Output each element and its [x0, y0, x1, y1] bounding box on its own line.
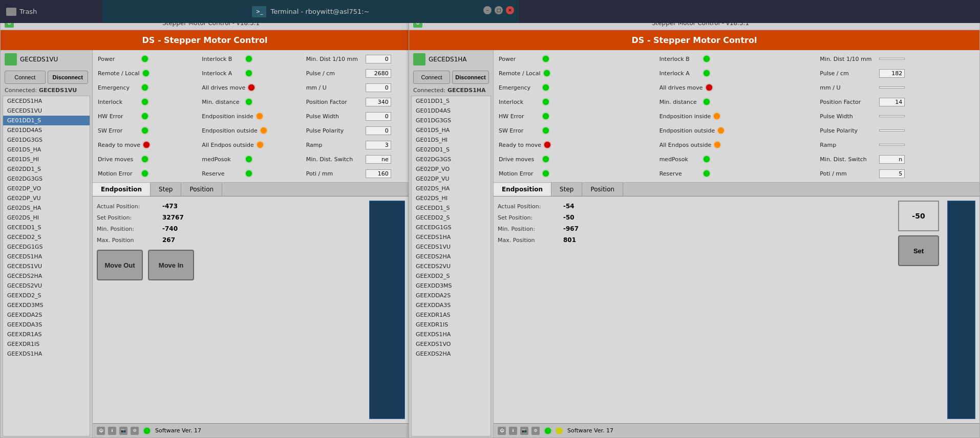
left-device-item[interactable]: GEEXDR1AS [3, 330, 90, 339]
right-device-item[interactable]: GECEDG1GS [412, 223, 491, 232]
left-device-item[interactable]: GECEDD1_S [3, 223, 90, 232]
left-connect-button[interactable]: Connect [5, 71, 46, 84]
right-device-item[interactable]: GECEDD1_S [412, 203, 491, 213]
right-device-item[interactable]: GE01DS_HI [412, 135, 491, 145]
left-tab-step[interactable]: Step [151, 183, 181, 196]
status-col3-value [879, 86, 905, 89]
status-row: Drive moves [95, 152, 199, 166]
right-connect-button[interactable]: Connect [413, 71, 450, 84]
status-row: Pulse Polarity [817, 124, 977, 137]
left-device-item[interactable]: GECEDG1GS [3, 242, 90, 252]
right-device-item[interactable]: GE02DP_VU [412, 174, 491, 184]
status-led [543, 156, 549, 162]
left-move-in-button[interactable]: Move In [148, 250, 194, 280]
status-col3-label: Ramp [820, 142, 876, 148]
right-tab-step[interactable]: Step [551, 183, 582, 196]
maximize-button[interactable]: □ [495, 6, 503, 14]
status-led [142, 99, 148, 105]
right-device-item[interactable]: GE01DG3GS [412, 116, 491, 125]
status-col3-label: Pulse / cm [306, 70, 363, 77]
right-device-item[interactable]: GEEXDR1AS [412, 310, 491, 320]
trash-taskbar-item[interactable]: Trash [0, 6, 43, 18]
right-device-item[interactable]: GEEXDD3MS [412, 281, 491, 291]
left-move-out-button[interactable]: Move Out [97, 250, 143, 280]
right-device-list[interactable]: GE01DD1_SGE01DD4ASGE01DG3GSGE01DS_HAGE01… [411, 96, 491, 436]
right-device-item[interactable]: GE02DD1_S [412, 145, 491, 155]
right-device-item[interactable]: GECEDS2HA [412, 252, 491, 261]
left-device-item[interactable]: GE01DD1_S [3, 116, 90, 125]
left-device-item[interactable]: GECEDS1VU [3, 106, 90, 116]
right-device-item[interactable]: GE01DS_HA [412, 125, 491, 135]
right-device-item[interactable]: GE02DP_VO [412, 164, 491, 174]
right-device-item[interactable]: GEEXDS1VO [412, 339, 491, 349]
right-set-button[interactable]: Set [898, 235, 939, 266]
status-col3-value: 5 [879, 169, 905, 178]
right-control-panel: PowerRemote / LocalEmergencyInterlockHW … [494, 50, 979, 437]
right-device-item[interactable]: GE02DG3GS [412, 155, 491, 164]
status-row: Min. Dist 1/10 mm [817, 52, 977, 65]
left-device-item[interactable]: GE02DP_VU [3, 193, 90, 203]
minimize-button[interactable]: – [483, 6, 492, 14]
status-row: Pulse Polarity0 [303, 124, 407, 137]
status-row: SW Error [95, 124, 199, 137]
left-device-item[interactable]: GECEDS2VU [3, 281, 90, 291]
status-label: Endposition outside [659, 127, 715, 134]
left-camera-icon: 📷 [119, 427, 127, 435]
right-device-item[interactable]: GECEDD2_S [412, 213, 491, 223]
right-device-item[interactable]: GEEXDDA3S [412, 300, 491, 310]
right-device-item[interactable]: GECEDS2VU [412, 261, 491, 271]
left-status-icons: ⏻ ℹ 📷 ⚙ [97, 427, 139, 435]
close-button[interactable]: ✕ [506, 6, 514, 14]
right-device-item[interactable]: GE02DS_HI [412, 193, 491, 203]
right-tab-endposition[interactable]: Endposition [494, 183, 551, 196]
left-device-item[interactable]: GEEXDD3MS [3, 300, 90, 310]
right-device-item[interactable]: GEEXDR1IS [412, 320, 491, 330]
left-device-item[interactable]: GECEDS1HA [3, 96, 90, 106]
left-device-item[interactable]: GEEXDD2_S [3, 291, 90, 300]
right-sidebar: GECEDS1HA Connect Disconnect Connected: … [409, 50, 494, 437]
left-device-item[interactable]: GECEDD2_S [3, 232, 90, 242]
right-device-item[interactable]: GEEXDS1HA [412, 330, 491, 339]
right-device-item[interactable]: GE01DD1_S [412, 96, 491, 106]
left-device-item[interactable]: GE02DP_VO [3, 184, 90, 193]
status-label: Ready to move [98, 142, 140, 148]
left-device-item[interactable]: GE02DS_HA [3, 203, 90, 213]
left-device-item[interactable]: GECEDS1VU [3, 261, 90, 271]
left-device-item[interactable]: GE02DG3GS [3, 174, 90, 184]
left-device-item[interactable]: GEEXDDA2S [3, 310, 90, 320]
right-device-item[interactable]: GEEXDD2_S [412, 271, 491, 281]
left-device-item[interactable]: GECEDS2HA [3, 271, 90, 281]
left-tab-position[interactable]: Position [181, 183, 222, 196]
left-device-item[interactable]: GE02DS_HI [3, 213, 90, 223]
left-device-item[interactable]: GE01DG3GS [3, 135, 90, 145]
status-row: Interlock B [199, 52, 303, 65]
right-info-icon: ℹ [509, 427, 517, 435]
left-device-item[interactable]: GE02DD1_S [3, 164, 90, 174]
left-actual-position-row: Actual Position: -473 [97, 201, 359, 212]
right-device-item[interactable]: GE02DS_HA [412, 184, 491, 193]
left-device-item[interactable]: GEEXDDA3S [3, 320, 90, 330]
terminal-window-controls: – □ ✕ [483, 6, 514, 14]
left-device-item[interactable]: GE01DS_HI [3, 155, 90, 164]
right-tab-position[interactable]: Position [582, 183, 623, 196]
left-device-item[interactable]: GE01DS_HA [3, 145, 90, 155]
right-device-item[interactable]: GECEDS1HA [412, 232, 491, 242]
status-label: Endposition inside [659, 113, 711, 120]
right-device-item[interactable]: GEEXDDA2S [412, 291, 491, 300]
left-device-item[interactable]: GE01DD4AS [3, 125, 90, 135]
left-device-list[interactable]: GECEDS1HAGECEDS1VUGE01DD1_SGE01DD4ASGE01… [3, 96, 90, 436]
terminal-taskbar-item[interactable]: >_ Terminal - rboywitt@asl751:~ [102, 0, 519, 23]
right-disconnect-button[interactable]: Disconnect [452, 71, 489, 84]
status-row: Power [496, 52, 656, 65]
left-disconnect-button[interactable]: Disconnect [48, 71, 89, 84]
left-device-item[interactable]: GEEXDS1HA [3, 349, 90, 359]
left-device-item[interactable]: GECEDS1HA [3, 252, 90, 261]
status-label: Interlock B [659, 56, 700, 62]
right-device-item[interactable]: GECEDS1VU [412, 242, 491, 252]
right-device-item[interactable]: GEEXDS2HA [412, 349, 491, 359]
left-tab-endposition[interactable]: Endposition [93, 183, 151, 196]
right-device-item[interactable]: GE01DD4AS [412, 106, 491, 116]
left-device-item[interactable]: GEEXDR1IS [3, 339, 90, 349]
status-led [543, 113, 549, 119]
status-row: Motion Error [95, 167, 199, 180]
